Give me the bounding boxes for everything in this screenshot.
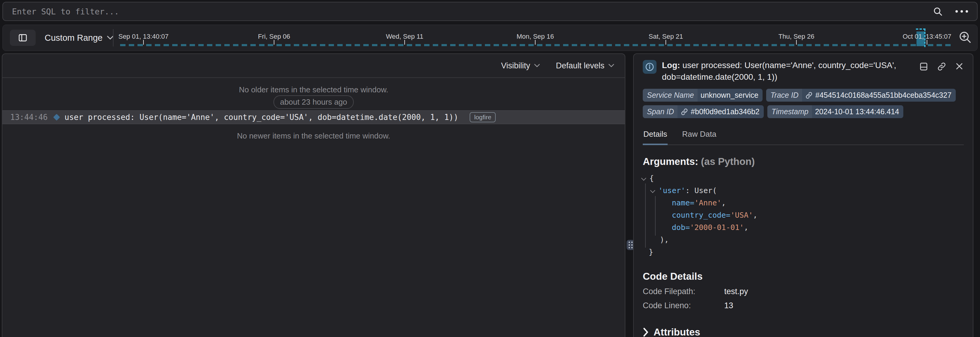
zoom-in-icon [958, 30, 972, 44]
badge-value: unknown_service [698, 89, 762, 102]
timeline-tick-mark [274, 40, 274, 45]
badge-label: Timestamp [767, 105, 812, 118]
copy-link-icon[interactable] [937, 62, 947, 71]
meta-badge: Timestamp2024-10-01 13:44:46.414 [767, 105, 903, 118]
timeline-tick-mark [796, 40, 797, 45]
code-detail-row: Code Lineno:13 [643, 301, 964, 310]
info-icon [643, 60, 657, 74]
collapse-caret-icon[interactable] [641, 176, 646, 181]
badge-value: #b0f0d9ed1ab346b2 [678, 105, 764, 118]
log-row[interactable]: 13:44:46 user processed: User(name='Anne… [2, 110, 625, 124]
code-details-rows: Code Filepath:test.pyCode Lineno:13 [643, 287, 964, 310]
code-line: } [643, 246, 964, 258]
timeline-baseline [120, 44, 951, 46]
timeline-tick-mark [535, 40, 536, 45]
default-levels-dropdown[interactable]: Default levels [556, 61, 615, 70]
arguments-heading-text: Arguments: [643, 156, 698, 167]
code-detail-label: Code Lineno: [643, 301, 724, 310]
link-icon[interactable] [805, 91, 813, 99]
attributes-label: Attributes [654, 326, 700, 337]
timeline-tick-label: Wed, Sep 11 [386, 33, 423, 40]
meta-badge[interactable]: Trace ID #454514c0168a455a51bb4ceba354c3… [766, 89, 956, 102]
timeline-tick-mark [143, 40, 144, 45]
chevron-down-icon [608, 64, 615, 68]
sidebar-toggle-button[interactable] [10, 30, 36, 46]
log-level-diamond-icon [53, 114, 60, 121]
timeline-bar: Custom Range Sep 01, 13:40:07Fri, Sep 06… [2, 25, 978, 51]
badge-label: Trace ID [766, 89, 802, 102]
code-line: 'user': User( [643, 184, 964, 197]
timeline-tick-mark [404, 40, 405, 45]
tab-raw-data[interactable]: Raw Data [681, 126, 717, 145]
timeline-tick-label: Thu, Sep 26 [778, 33, 815, 40]
link-icon[interactable] [681, 108, 688, 116]
log-list-header: Visibility Default levels [2, 54, 625, 78]
attributes-toggle[interactable]: Attributes [643, 326, 964, 337]
log-list-body: No older items in the selected time wind… [2, 78, 625, 337]
sql-filter-input[interactable]: Enter SQL to filter... [12, 7, 933, 16]
log-time: 13:44:46 [10, 113, 48, 122]
log-message: user processed: User(name='Anne', countr… [64, 113, 458, 122]
badge-value: #454514c0168a455a51bb4ceba354c327 [802, 89, 956, 102]
time-range-label: Custom Range [45, 33, 102, 43]
arguments-heading: Arguments: (as Python) [643, 156, 964, 167]
timeline-tick-label: Sep 01, 13:40:07 [118, 33, 169, 40]
code-detail-value: test.py [724, 287, 748, 296]
code-detail-row: Code Filepath:test.py [643, 287, 964, 296]
code-detail-value: 13 [724, 301, 733, 310]
visibility-dropdown[interactable]: Visibility [501, 61, 540, 70]
close-icon[interactable] [955, 62, 964, 71]
zoom-in-button[interactable] [958, 30, 972, 44]
sidebar-toggle-icon [18, 33, 27, 43]
chevron-down-icon [534, 64, 540, 68]
arguments-heading-sub: (as Python) [701, 156, 755, 167]
timeline-track[interactable]: Sep 01, 13:40:07Fri, Sep 06Wed, Sep 11Mo… [120, 25, 951, 51]
app-window: Enter SQL to filter... Custom Range Sep … [0, 0, 980, 337]
collapse-caret-icon[interactable] [650, 188, 655, 193]
meta-badge[interactable]: Span ID #b0f0d9ed1ab346b2 [643, 105, 764, 118]
tab-details[interactable]: Details [643, 126, 668, 145]
arguments-code-tree: {'user': User(name='Anne',country_code='… [643, 172, 964, 258]
timeline-tick-label: Sat, Sep 21 [649, 33, 683, 40]
chevron-right-icon [643, 328, 649, 337]
code-line: name='Anne', [643, 197, 964, 209]
detail-title: Log: user processed: User(name='Anne', c… [662, 59, 919, 83]
sql-filter-bar[interactable]: Enter SQL to filter... [2, 2, 978, 21]
no-older-message: No older items in the selected time wind… [2, 85, 625, 94]
code-line: { [643, 172, 964, 184]
badge-label: Span ID [643, 105, 678, 118]
log-detail-panel: Log: user processed: User(name='Anne', c… [633, 53, 974, 337]
time-ago-badge: about 23 hours ago [274, 95, 354, 109]
timeline-tick-mark [927, 40, 927, 45]
detail-title-prefix: Log: [662, 61, 680, 70]
timeline-tick-label: Mon, Sep 16 [517, 33, 554, 40]
logfire-tag: logfire [469, 112, 496, 122]
visibility-label: Visibility [501, 61, 530, 70]
timeline-tick-mark [665, 40, 666, 45]
meta-badge: Service Nameunknown_service [643, 89, 762, 102]
no-newer-message: No newer items in the selected time wind… [2, 131, 625, 141]
code-line: dob='2000-01-01', [643, 221, 964, 233]
code-line: country_code='USA', [643, 209, 964, 221]
badges: Service Nameunknown_serviceTrace ID #454… [643, 89, 961, 118]
timeline-tick-label: Fri, Sep 06 [258, 33, 290, 40]
timeline-divider [113, 29, 113, 46]
detail-header: Log: user processed: User(name='Anne', c… [643, 59, 964, 83]
timeline-tick-label: Oct 01, 13:45:07 [903, 33, 951, 40]
search-icon[interactable] [933, 6, 943, 16]
indent-guide [655, 196, 655, 236]
time-range-selector[interactable]: Custom Range [45, 25, 114, 51]
detail-title-text: user processed: User(name='Anne', countr… [662, 61, 896, 81]
default-levels-label: Default levels [556, 61, 605, 70]
code-detail-label: Code Filepath: [643, 287, 724, 296]
code-details-heading: Code Details [643, 271, 964, 282]
code-line: ), [643, 233, 964, 246]
badge-value: 2024-10-01 13:44:46.414 [812, 105, 903, 118]
more-options-icon[interactable] [955, 10, 968, 13]
indent-guide [645, 184, 646, 248]
log-list-panel: Visibility Default levels No older items… [2, 53, 625, 337]
dock-panel-icon[interactable] [919, 62, 929, 71]
tabs: Details Raw Data [643, 126, 964, 145]
badge-label: Service Name [643, 89, 698, 102]
